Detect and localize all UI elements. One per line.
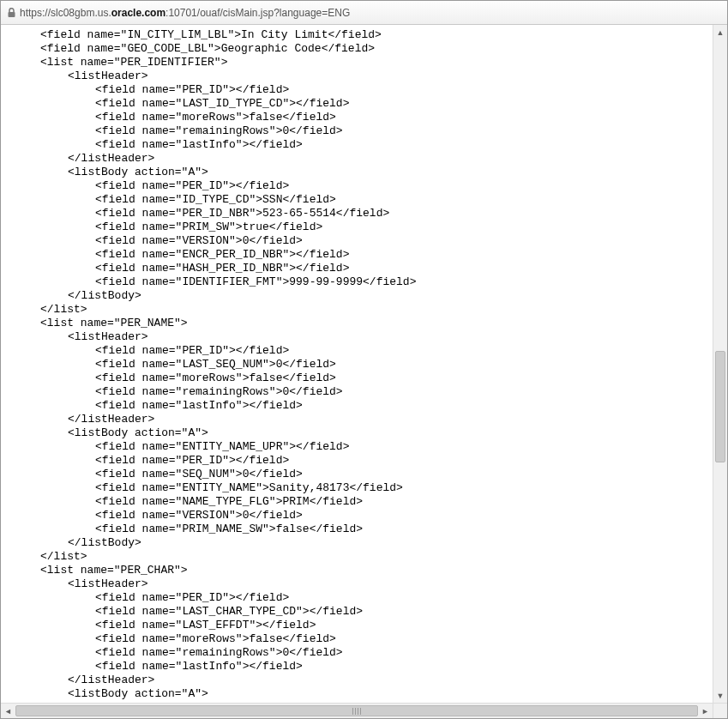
- code-line: <field name="PER_ID"></field>: [13, 83, 727, 97]
- code-line: <list name="PER_IDENTIFIER">: [13, 56, 727, 69]
- scroll-down-arrow[interactable]: ▼: [713, 688, 727, 703]
- code-line: <field name="PER_ID"></field>: [13, 591, 727, 605]
- code-line: <field name="VERSION">0</field>: [13, 234, 727, 248]
- code-line: <listHeader>: [13, 330, 727, 344]
- code-line: <field name="remainingRows">0</field>: [13, 646, 727, 660]
- code-line: </list>: [13, 550, 727, 564]
- code-line: <listBody action="A">: [13, 426, 727, 440]
- code-line: <list name="PER_NAME">: [13, 317, 727, 330]
- code-line: <field name="LAST_CHAR_TYPE_CD"></field>: [13, 605, 727, 619]
- code-line: <field name="PER_ID"></field>: [13, 454, 727, 468]
- code-line: <field name="PRIM_NAME_SW">false</field>: [13, 523, 727, 536]
- code-line: <list name="PER_CHAR">: [13, 564, 727, 577]
- url-host: oracle.com: [111, 7, 165, 19]
- code-line: <field name="HASH_PER_ID_NBR"></field>: [13, 262, 727, 275]
- scroll-up-arrow[interactable]: ▲: [713, 25, 727, 39]
- code-line: <field name="moreRows">false</field>: [13, 632, 727, 646]
- code-line: <field name="IDENTIFIER_FMT">999-99-9999…: [13, 275, 727, 289]
- code-line: </listHeader>: [13, 413, 727, 426]
- code-line: <field name="lastInfo"></field>: [13, 138, 727, 152]
- code-line: <field name="ENCR_PER_ID_NBR"></field>: [13, 248, 727, 262]
- code-line: <field name="GEO_CODE_LBL">Geographic Co…: [13, 42, 727, 56]
- code-line: <field name="LAST_EFFDT"></field>: [13, 619, 727, 632]
- code-line: <listBody action="A">: [13, 166, 727, 179]
- code-line: <field name="PRIM_SW">true</field>: [13, 221, 727, 234]
- code-line: <field name="PER_ID"></field>: [13, 344, 727, 358]
- code-line: <field name="lastInfo"></field>: [13, 660, 727, 674]
- code-line: <field name="LAST_SEQ_NUM">0</field>: [13, 358, 727, 372]
- scroll-right-arrow[interactable]: ►: [698, 704, 713, 718]
- code-line: </listBody>: [13, 536, 727, 550]
- code-line: <listBody action="A">: [13, 687, 727, 701]
- code-line: <field name="ENTITY_NAME">Sanity,48173</…: [13, 481, 727, 495]
- code-line: <field name="ID_TYPE_CD">SSN</field>: [13, 193, 727, 207]
- code-line: <field name="lastInfo"></field>: [13, 399, 727, 413]
- content-viewport: <field name="IN_CITY_LIM_LBL">In City Li…: [1, 25, 727, 703]
- url-text: https://slc08gbm.us.oracle.com:10701/oua…: [20, 7, 350, 19]
- code-line: </listBody>: [13, 289, 727, 303]
- code-line: <field name="LAST_ID_TYPE_CD"></field>: [13, 97, 727, 111]
- code-line: <field name="VERSION">0</field>: [13, 509, 727, 523]
- code-line: <field name="remainingRows">0</field>: [13, 385, 727, 399]
- code-line: <field name="moreRows">false</field>: [13, 111, 727, 124]
- lock-icon: [6, 8, 16, 18]
- code-line: <listHeader>: [13, 577, 727, 591]
- code-line: <field name="ENTITY_NAME_UPR"></field>: [13, 440, 727, 454]
- horizontal-scroll-thumb[interactable]: [15, 705, 698, 716]
- code-line: <field name="remainingRows">0</field>: [13, 124, 727, 138]
- code-line: </list>: [13, 303, 727, 317]
- code-line: <field name="PER_ID"></field>: [13, 179, 727, 193]
- scroll-left-arrow[interactable]: ◄: [1, 704, 15, 718]
- scroll-grip-icon: [352, 708, 361, 715]
- code-line: </listHeader>: [13, 674, 727, 687]
- code-line: <listHeader>: [13, 69, 727, 83]
- address-bar[interactable]: https://slc08gbm.us.oracle.com:10701/oua…: [1, 1, 727, 25]
- horizontal-scroll-track[interactable]: [15, 705, 698, 716]
- url-prefix: https://slc08gbm.us.: [20, 7, 111, 19]
- vertical-scrollbar[interactable]: ▲ ▼: [713, 25, 727, 703]
- code-line: <field name="PER_ID_NBR">523-65-5514</fi…: [13, 207, 727, 221]
- code-line: <field name="NAME_TYPE_FLG">PRIM</field>: [13, 495, 727, 509]
- vertical-scroll-thumb[interactable]: [715, 351, 725, 462]
- code-line: <field name="SEQ_NUM">0</field>: [13, 468, 727, 481]
- svg-rect-0: [8, 12, 15, 17]
- code-line: </listHeader>: [13, 152, 727, 166]
- code-line: <field name="moreRows">false</field>: [13, 372, 727, 385]
- code-line: <field name="IN_CITY_LIM_LBL">In City Li…: [13, 28, 727, 42]
- xml-content: <field name="IN_CITY_LIM_LBL">In City Li…: [1, 25, 727, 701]
- scrollbar-corner: [713, 704, 727, 718]
- url-suffix: :10701/ouaf/cisMain.jsp?language=ENG: [165, 7, 350, 19]
- horizontal-scrollbar[interactable]: ◄ ►: [1, 703, 727, 718]
